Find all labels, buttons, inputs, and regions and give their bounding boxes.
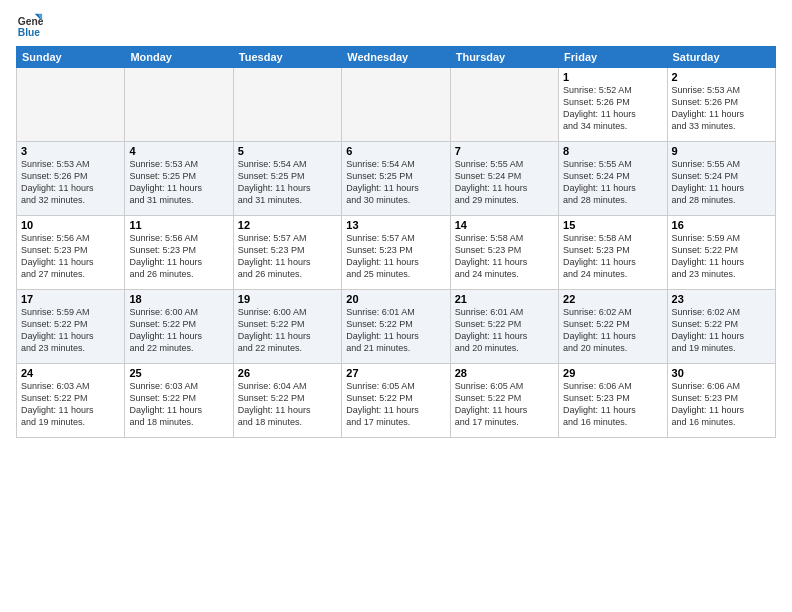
week-row-1: 1Sunrise: 5:52 AM Sunset: 5:26 PM Daylig… [17,68,776,142]
day-info: Sunrise: 6:03 AM Sunset: 5:22 PM Dayligh… [21,380,120,429]
day-cell-10: 10Sunrise: 5:56 AM Sunset: 5:23 PM Dayli… [17,216,125,290]
day-cell-21: 21Sunrise: 6:01 AM Sunset: 5:22 PM Dayli… [450,290,558,364]
header: General Blue [16,12,776,40]
day-number: 27 [346,367,445,379]
day-cell-14: 14Sunrise: 5:58 AM Sunset: 5:23 PM Dayli… [450,216,558,290]
day-info: Sunrise: 5:58 AM Sunset: 5:23 PM Dayligh… [455,232,554,281]
day-number: 1 [563,71,662,83]
day-cell-7: 7Sunrise: 5:55 AM Sunset: 5:24 PM Daylig… [450,142,558,216]
day-number: 17 [21,293,120,305]
day-info: Sunrise: 5:59 AM Sunset: 5:22 PM Dayligh… [672,232,771,281]
day-cell-24: 24Sunrise: 6:03 AM Sunset: 5:22 PM Dayli… [17,364,125,438]
day-number: 14 [455,219,554,231]
day-info: Sunrise: 5:54 AM Sunset: 5:25 PM Dayligh… [238,158,337,207]
week-row-2: 3Sunrise: 5:53 AM Sunset: 5:26 PM Daylig… [17,142,776,216]
day-number: 12 [238,219,337,231]
day-cell-28: 28Sunrise: 6:05 AM Sunset: 5:22 PM Dayli… [450,364,558,438]
weekday-monday: Monday [125,47,233,68]
day-number: 22 [563,293,662,305]
weekday-friday: Friday [559,47,667,68]
day-number: 2 [672,71,771,83]
day-info: Sunrise: 6:00 AM Sunset: 5:22 PM Dayligh… [129,306,228,355]
day-cell-1: 1Sunrise: 5:52 AM Sunset: 5:26 PM Daylig… [559,68,667,142]
day-number: 24 [21,367,120,379]
page: General Blue SundayMondayTuesdayWednesda… [0,0,792,612]
day-number: 4 [129,145,228,157]
day-info: Sunrise: 6:05 AM Sunset: 5:22 PM Dayligh… [346,380,445,429]
day-cell-2: 2Sunrise: 5:53 AM Sunset: 5:26 PM Daylig… [667,68,775,142]
day-info: Sunrise: 6:02 AM Sunset: 5:22 PM Dayligh… [672,306,771,355]
week-row-3: 10Sunrise: 5:56 AM Sunset: 5:23 PM Dayli… [17,216,776,290]
day-info: Sunrise: 5:54 AM Sunset: 5:25 PM Dayligh… [346,158,445,207]
day-info: Sunrise: 5:55 AM Sunset: 5:24 PM Dayligh… [563,158,662,207]
day-cell-6: 6Sunrise: 5:54 AM Sunset: 5:25 PM Daylig… [342,142,450,216]
day-info: Sunrise: 5:57 AM Sunset: 5:23 PM Dayligh… [238,232,337,281]
day-cell-27: 27Sunrise: 6:05 AM Sunset: 5:22 PM Dayli… [342,364,450,438]
day-number: 3 [21,145,120,157]
day-info: Sunrise: 6:03 AM Sunset: 5:22 PM Dayligh… [129,380,228,429]
weekday-header-row: SundayMondayTuesdayWednesdayThursdayFrid… [17,47,776,68]
day-number: 11 [129,219,228,231]
day-info: Sunrise: 6:01 AM Sunset: 5:22 PM Dayligh… [455,306,554,355]
day-number: 21 [455,293,554,305]
day-cell-15: 15Sunrise: 5:58 AM Sunset: 5:23 PM Dayli… [559,216,667,290]
day-info: Sunrise: 5:53 AM Sunset: 5:26 PM Dayligh… [21,158,120,207]
day-number: 16 [672,219,771,231]
day-number: 15 [563,219,662,231]
empty-cell [17,68,125,142]
weekday-saturday: Saturday [667,47,775,68]
day-cell-8: 8Sunrise: 5:55 AM Sunset: 5:24 PM Daylig… [559,142,667,216]
weekday-tuesday: Tuesday [233,47,341,68]
empty-cell [233,68,341,142]
day-info: Sunrise: 5:55 AM Sunset: 5:24 PM Dayligh… [455,158,554,207]
empty-cell [125,68,233,142]
day-info: Sunrise: 6:00 AM Sunset: 5:22 PM Dayligh… [238,306,337,355]
day-cell-23: 23Sunrise: 6:02 AM Sunset: 5:22 PM Dayli… [667,290,775,364]
day-number: 18 [129,293,228,305]
day-info: Sunrise: 6:06 AM Sunset: 5:23 PM Dayligh… [563,380,662,429]
day-info: Sunrise: 5:52 AM Sunset: 5:26 PM Dayligh… [563,84,662,133]
day-info: Sunrise: 5:56 AM Sunset: 5:23 PM Dayligh… [129,232,228,281]
day-cell-19: 19Sunrise: 6:00 AM Sunset: 5:22 PM Dayli… [233,290,341,364]
day-number: 9 [672,145,771,157]
weekday-wednesday: Wednesday [342,47,450,68]
day-cell-29: 29Sunrise: 6:06 AM Sunset: 5:23 PM Dayli… [559,364,667,438]
day-info: Sunrise: 6:05 AM Sunset: 5:22 PM Dayligh… [455,380,554,429]
calendar-table: SundayMondayTuesdayWednesdayThursdayFrid… [16,46,776,438]
day-cell-11: 11Sunrise: 5:56 AM Sunset: 5:23 PM Dayli… [125,216,233,290]
day-info: Sunrise: 5:55 AM Sunset: 5:24 PM Dayligh… [672,158,771,207]
day-info: Sunrise: 5:59 AM Sunset: 5:22 PM Dayligh… [21,306,120,355]
day-cell-12: 12Sunrise: 5:57 AM Sunset: 5:23 PM Dayli… [233,216,341,290]
day-cell-3: 3Sunrise: 5:53 AM Sunset: 5:26 PM Daylig… [17,142,125,216]
day-info: Sunrise: 5:57 AM Sunset: 5:23 PM Dayligh… [346,232,445,281]
day-number: 10 [21,219,120,231]
day-info: Sunrise: 5:53 AM Sunset: 5:25 PM Dayligh… [129,158,228,207]
day-number: 13 [346,219,445,231]
empty-cell [450,68,558,142]
day-cell-26: 26Sunrise: 6:04 AM Sunset: 5:22 PM Dayli… [233,364,341,438]
logo: General Blue [16,12,44,40]
svg-text:Blue: Blue [18,27,41,38]
day-number: 20 [346,293,445,305]
day-number: 6 [346,145,445,157]
day-info: Sunrise: 6:06 AM Sunset: 5:23 PM Dayligh… [672,380,771,429]
day-number: 26 [238,367,337,379]
week-row-4: 17Sunrise: 5:59 AM Sunset: 5:22 PM Dayli… [17,290,776,364]
day-number: 19 [238,293,337,305]
day-info: Sunrise: 6:02 AM Sunset: 5:22 PM Dayligh… [563,306,662,355]
day-number: 8 [563,145,662,157]
day-cell-18: 18Sunrise: 6:00 AM Sunset: 5:22 PM Dayli… [125,290,233,364]
day-info: Sunrise: 6:04 AM Sunset: 5:22 PM Dayligh… [238,380,337,429]
day-cell-13: 13Sunrise: 5:57 AM Sunset: 5:23 PM Dayli… [342,216,450,290]
weekday-sunday: Sunday [17,47,125,68]
day-number: 25 [129,367,228,379]
day-number: 29 [563,367,662,379]
day-cell-5: 5Sunrise: 5:54 AM Sunset: 5:25 PM Daylig… [233,142,341,216]
day-cell-16: 16Sunrise: 5:59 AM Sunset: 5:22 PM Dayli… [667,216,775,290]
week-row-5: 24Sunrise: 6:03 AM Sunset: 5:22 PM Dayli… [17,364,776,438]
day-info: Sunrise: 5:53 AM Sunset: 5:26 PM Dayligh… [672,84,771,133]
empty-cell [342,68,450,142]
day-number: 7 [455,145,554,157]
day-number: 23 [672,293,771,305]
day-number: 30 [672,367,771,379]
